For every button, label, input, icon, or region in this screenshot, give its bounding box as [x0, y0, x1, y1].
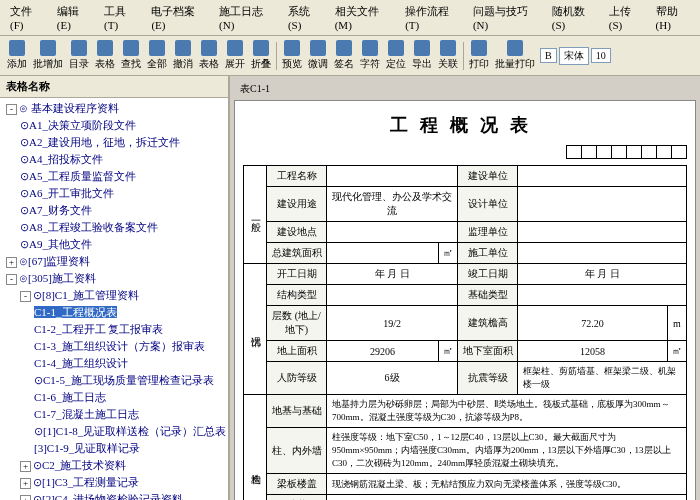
tree-label[interactable]: ⊙ 基本建设程序资料: [19, 102, 119, 114]
tree-label[interactable]: ⊙A7_财务文件: [20, 204, 92, 216]
tree-node[interactable]: -⊙[305]施工资料: [2, 270, 226, 287]
tree-toggle[interactable]: -: [20, 291, 31, 302]
tree-node[interactable]: ⊙A9_其他文件: [2, 236, 226, 253]
field-value[interactable]: [327, 166, 458, 187]
tree-node[interactable]: C1-7_混凝土施工日志: [2, 406, 226, 423]
tree-toggle[interactable]: -: [6, 274, 17, 285]
field-value[interactable]: 地基持力层为砂砾卵层；局部为中砂层、Ⅱ类场地土。筏板式基础，底板厚为300mm～…: [327, 395, 687, 428]
field-value[interactable]: [518, 222, 687, 243]
tree-label[interactable]: C1-1_工程概况表: [34, 306, 117, 318]
tree-node[interactable]: ⊙A1_决策立项阶段文件: [2, 117, 226, 134]
tree-node[interactable]: ⊙A6_开工审批文件: [2, 185, 226, 202]
tree-toggle[interactable]: +: [6, 257, 17, 268]
field-value[interactable]: 框架柱、剪筋墙基、框架梁二级、机架楼一级: [518, 362, 687, 395]
toolbar-button[interactable]: 表格: [92, 38, 118, 73]
field-value[interactable]: [518, 285, 687, 306]
font-size-select[interactable]: 10: [591, 48, 611, 63]
toolbar-button[interactable]: 签名: [331, 38, 357, 73]
tree-label[interactable]: ⊙A1_决策立项阶段文件: [20, 119, 136, 131]
menu-item[interactable]: 相关文件(M): [329, 2, 398, 33]
tree-node[interactable]: C1-4_施工组织设计: [2, 355, 226, 372]
field-value[interactable]: 柱强度等级：地下室C50，1～12层C40，13层以上C30。最大截面尺寸为95…: [327, 428, 687, 474]
field-value[interactable]: 12058: [518, 341, 668, 362]
tree-node[interactable]: C1-3_施工组织设计（方案）报审表: [2, 338, 226, 355]
tree-label[interactable]: C1-2_工程开工 复工报审表: [34, 323, 163, 335]
tree-label[interactable]: ⊙[8]C1_施工管理资料: [33, 289, 139, 301]
tree-label[interactable]: ⊙A6_开工审批文件: [20, 187, 114, 199]
menu-item[interactable]: 工具(T): [98, 2, 143, 33]
tree-label[interactable]: ⊙A4_招投标文件: [20, 153, 103, 165]
tree-label[interactable]: C1-7_混凝土施工日志: [34, 408, 139, 420]
tree-label[interactable]: ⊙C2_施工技术资料: [33, 459, 126, 471]
toolbar-button[interactable]: 批增加: [30, 38, 66, 73]
field-value[interactable]: 19/2: [327, 306, 458, 341]
tree-label[interactable]: C1-4_施工组织设计: [34, 357, 128, 369]
field-value[interactable]: 现代化管理、办公及学术交流: [327, 187, 458, 222]
tree-node[interactable]: -⊙ 基本建设程序资料: [2, 100, 226, 117]
tree-node[interactable]: ⊙A2_建设用地，征地，拆迁文件: [2, 134, 226, 151]
tree-label[interactable]: ⊙[1]C1-8_见证取样送检（记录）汇总表: [34, 425, 226, 437]
field-value[interactable]: [518, 243, 687, 264]
tree-node[interactable]: ⊙A4_招投标文件: [2, 151, 226, 168]
tree-toggle[interactable]: +: [20, 461, 31, 472]
field-value[interactable]: 现浇钢筋混凝土梁、板；无粘结预应力双向无梁楼盖体系，强度等级C30。: [327, 474, 687, 495]
tree-label[interactable]: ⊙[1]C3_工程测量记录: [33, 476, 139, 488]
tree-node[interactable]: ⊙A5_工程质量监督文件: [2, 168, 226, 185]
toolbar-button[interactable]: 展开: [222, 38, 248, 73]
tree-label[interactable]: ⊙A8_工程竣工验收备案文件: [20, 221, 158, 233]
tree-label[interactable]: [3]C1-9_见证取样记录: [34, 442, 140, 454]
tree-label[interactable]: ⊙[67]监理资料: [19, 255, 90, 267]
toolbar-button[interactable]: 预览: [279, 38, 305, 73]
toolbar-button[interactable]: 微调: [305, 38, 331, 73]
toolbar-button[interactable]: 添加: [4, 38, 30, 73]
tree-label[interactable]: ⊙[305]施工资料: [19, 272, 96, 284]
field-value[interactable]: [327, 243, 439, 264]
tree-label[interactable]: ⊙A2_建设用地，征地，拆迁文件: [20, 136, 180, 148]
menu-item[interactable]: 电子档案(E): [145, 2, 211, 33]
tree-label[interactable]: ⊙A9_其他文件: [20, 238, 92, 250]
field-value[interactable]: [327, 285, 458, 306]
tree-node[interactable]: ⊙A8_工程竣工验收备案文件: [2, 219, 226, 236]
menu-item[interactable]: 帮助(H): [650, 2, 696, 33]
toolbar-button[interactable]: 字符: [357, 38, 383, 73]
menu-item[interactable]: 施工日志(N): [213, 2, 280, 33]
toolbar-button[interactable]: 表格: [196, 38, 222, 73]
field-value[interactable]: 6级: [327, 362, 458, 395]
font-name-select[interactable]: 宋体: [559, 47, 589, 65]
tree-node[interactable]: -⊙[8]C1_施工管理资料: [2, 287, 226, 304]
tree-node[interactable]: C1-6_施工日志: [2, 389, 226, 406]
tree-label[interactable]: C1-3_施工组织设计（方案）报审表: [34, 340, 205, 352]
menu-item[interactable]: 编辑(E): [51, 2, 96, 33]
tree-label[interactable]: C1-6_施工日志: [34, 391, 106, 403]
toolbar-button[interactable]: 打印: [466, 38, 492, 73]
tree-node[interactable]: C1-2_工程开工 复工报审表: [2, 321, 226, 338]
field-value[interactable]: 年 月 日: [518, 264, 687, 285]
toolbar-button[interactable]: 定位: [383, 38, 409, 73]
tree-node[interactable]: +⊙[1]C3_工程测量记录: [2, 474, 226, 491]
field-value[interactable]: 年 月 日: [327, 264, 458, 285]
menu-item[interactable]: 上传(S): [603, 2, 648, 33]
toolbar-button[interactable]: 全部: [144, 38, 170, 73]
menu-item[interactable]: 操作流程(T): [399, 2, 465, 33]
menu-item[interactable]: 随机数(S): [546, 2, 601, 33]
toolbar-button[interactable]: 折叠: [248, 38, 274, 73]
tree-label[interactable]: ⊙A5_工程质量监督文件: [20, 170, 136, 182]
toolbar-button[interactable]: 批量打印: [492, 38, 538, 73]
toolbar-button[interactable]: 查找: [118, 38, 144, 73]
toolbar-button[interactable]: 撤消: [170, 38, 196, 73]
tree-node[interactable]: ⊙[1]C1-8_见证取样送检（记录）汇总表: [2, 423, 226, 440]
tree-toggle[interactable]: +: [20, 478, 31, 489]
tree-node[interactable]: ⊙C1-5_施工现场质量管理检查记录表: [2, 372, 226, 389]
field-value[interactable]: 72.20: [518, 306, 668, 341]
field-value[interactable]: [518, 166, 687, 187]
field-value[interactable]: 29206: [327, 341, 439, 362]
tree-node[interactable]: [3]C1-9_见证取样记录: [2, 440, 226, 457]
tree-label[interactable]: ⊙C1-5_施工现场质量管理检查记录表: [34, 374, 214, 386]
field-value[interactable]: [518, 187, 687, 222]
tree-node[interactable]: +⊙[2]C4_进场物资检验记录资料: [2, 491, 226, 500]
menu-item[interactable]: 文件(F): [4, 2, 49, 33]
tree-node[interactable]: +⊙C2_施工技术资料: [2, 457, 226, 474]
tree-node[interactable]: C1-1_工程概况表: [2, 304, 226, 321]
tree-toggle[interactable]: -: [6, 104, 17, 115]
tree-label[interactable]: ⊙[2]C4_进场物资检验记录资料: [33, 493, 183, 500]
